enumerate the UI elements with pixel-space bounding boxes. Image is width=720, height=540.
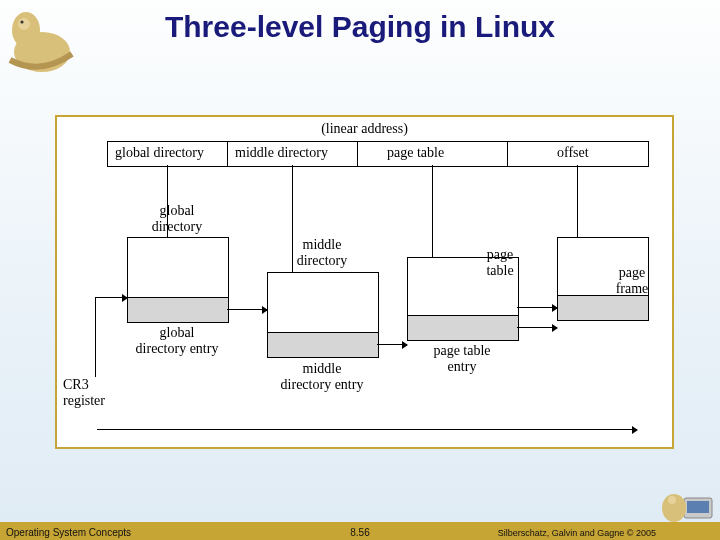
la-field-middle-label: middle directory <box>235 145 328 161</box>
arrow-icon <box>517 307 557 308</box>
arrow-icon <box>97 429 637 430</box>
line <box>95 297 96 377</box>
arrow-icon <box>95 297 127 298</box>
global-directory-label: global directory <box>127 203 227 235</box>
slide-title: Three-level Paging in Linux <box>0 10 720 44</box>
page-frame-entry <box>557 295 649 321</box>
arrow-icon <box>377 344 407 345</box>
slide: Three-level Paging in Linux (linear addr… <box>0 0 720 540</box>
la-field-pagetable-label: page table <box>387 145 444 161</box>
middle-directory-entry-label: middle directory entry <box>252 361 392 393</box>
page-table-label: page table <box>445 247 555 279</box>
footer-right: Silberschatz, Galvin and Gagne © 2005 <box>498 528 656 538</box>
middle-directory-entry <box>267 332 379 358</box>
global-directory-entry-label: global directory entry <box>109 325 245 357</box>
page-table-entry-label: page table entry <box>407 343 517 375</box>
cr3-register-label: CR3 register <box>63 377 105 409</box>
paging-diagram: (linear address) global directory middle… <box>55 115 674 449</box>
svg-point-7 <box>668 496 676 504</box>
arrow-icon <box>227 309 267 310</box>
middle-directory-label: middle directory <box>267 237 377 269</box>
la-field-offset-label: offset <box>557 145 589 161</box>
dinosaur-computer-icon <box>660 482 716 526</box>
svg-rect-5 <box>687 501 709 513</box>
page-frame-label: page frame <box>587 265 677 297</box>
middle-directory-box <box>267 272 379 334</box>
global-directory-entry <box>127 297 229 323</box>
la-field-global-label: global directory <box>115 145 204 161</box>
page-table-entry <box>407 315 519 341</box>
global-directory-box <box>127 237 229 299</box>
arrow-icon <box>517 327 557 328</box>
linear-address-caption: (linear address) <box>57 121 672 137</box>
